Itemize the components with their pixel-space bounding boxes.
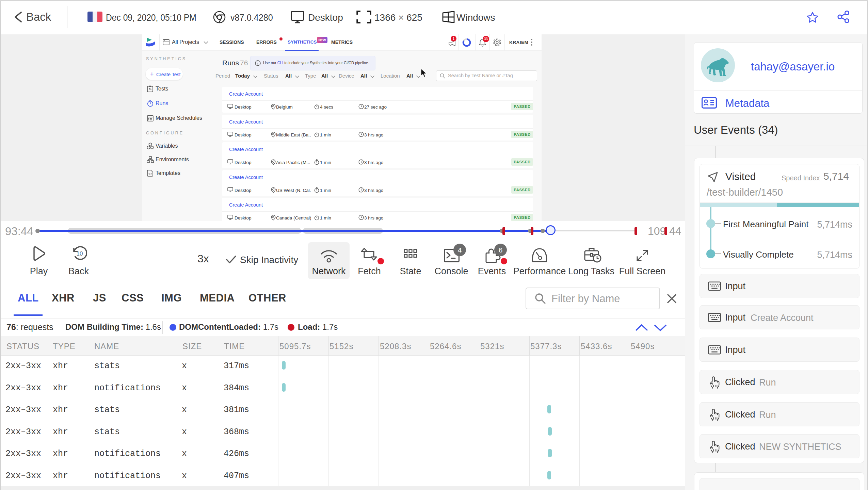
- svg-text:10: 10: [77, 250, 83, 257]
